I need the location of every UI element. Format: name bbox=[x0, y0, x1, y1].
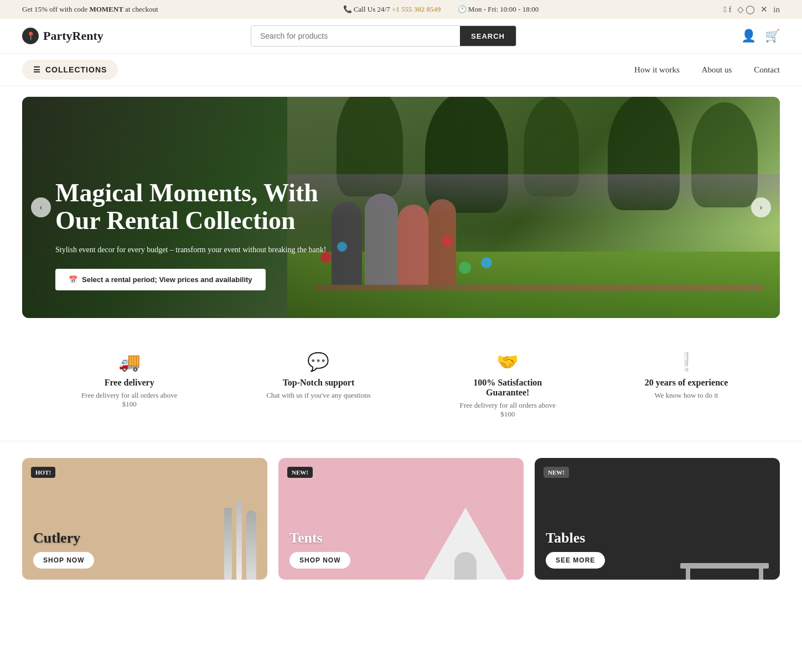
account-icon[interactable]: 👤 bbox=[741, 29, 756, 43]
search-input[interactable] bbox=[251, 26, 460, 46]
calendar-icon: 📅 bbox=[69, 275, 77, 284]
support-icon: 💬 bbox=[266, 351, 371, 372]
nav: ☰ COLLECTIONS How it works About us Cont… bbox=[0, 54, 802, 86]
hamburger-icon: ☰ bbox=[33, 65, 41, 74]
collections-button[interactable]: ☰ COLLECTIONS bbox=[22, 60, 118, 80]
table-leg-left bbox=[686, 569, 690, 580]
feature-delivery-title: Free delivery bbox=[74, 378, 185, 388]
header: 📍 PartyRenty SEARCH 👤 🛒 bbox=[0, 19, 802, 54]
promo-prefix: Get 15% off with code bbox=[22, 5, 89, 13]
tents-info: Tents SHOP NOW bbox=[289, 530, 350, 569]
phone-label: Call Us 24/7 bbox=[354, 5, 390, 13]
tents-shop-button[interactable]: SHOP NOW bbox=[289, 552, 350, 569]
cutlery-badge: HOT! bbox=[31, 467, 55, 478]
contact-info: 📞 Call Us 24/7 +1 555 302 8549 🕐 Mon - F… bbox=[343, 5, 539, 14]
twitter-x-icon[interactable]: ✕ bbox=[760, 4, 768, 14]
table-illustration bbox=[680, 563, 769, 569]
logo-icon: 📍 bbox=[22, 28, 39, 44]
hero-subtitle: Stylish event decor for every budget – t… bbox=[55, 244, 332, 256]
logo-text: PartyRenty bbox=[43, 29, 104, 43]
cart-icon[interactable]: 🛒 bbox=[765, 29, 780, 43]
phone-info: 📞 Call Us 24/7 +1 555 302 8549 bbox=[343, 5, 441, 14]
feature-support-desc: Chat with us if you've any questions bbox=[266, 391, 371, 400]
cutlery-shop-button[interactable]: SHOP NOW bbox=[33, 552, 94, 569]
feature-support: 💬 Top-Notch support Chat with us if you'… bbox=[266, 351, 371, 419]
feature-delivery-desc: Free delivery for all orders above $100 bbox=[74, 391, 185, 409]
contact-link[interactable]: Contact bbox=[754, 65, 780, 74]
tables-info: Tables SEE MORE bbox=[546, 530, 605, 569]
nav-links: How it works About us Contact bbox=[634, 65, 780, 75]
feature-experience: ❕ 20 years of experience We know how to … bbox=[645, 351, 728, 419]
hero-content: Magical Moments, With Our Rental Collect… bbox=[55, 179, 332, 290]
how-it-works-link[interactable]: How it works bbox=[634, 65, 680, 74]
logo[interactable]: 📍 PartyRenty bbox=[22, 28, 133, 44]
product-card-cutlery: HOT! Cutlery SHOP NOW bbox=[22, 458, 267, 580]
nav-item-about-us: About us bbox=[702, 65, 732, 75]
guarantee-icon: 🤝 bbox=[452, 351, 563, 372]
hero-cta-button[interactable]: 📅 Select a rental period; View prices an… bbox=[55, 269, 266, 290]
tables-badge: NEW! bbox=[544, 467, 569, 478]
tables-name: Tables bbox=[546, 530, 605, 546]
feature-guarantee-desc: Free delivery for all orders above $100 bbox=[452, 401, 563, 419]
search-bar: SEARCH bbox=[251, 25, 516, 46]
hero-banner: ‹ › Magical Moments, With Our Rental Col… bbox=[22, 97, 780, 318]
hero-title: Magical Moments, With Our Rental Collect… bbox=[55, 179, 332, 235]
features-section: 🚚 Free delivery Free delivery for all or… bbox=[0, 329, 802, 441]
product-card-tents: NEW! Tents SHOP NOW bbox=[278, 458, 524, 580]
experience-icon: ❕ bbox=[645, 351, 728, 372]
promo-code: MOMENT bbox=[89, 5, 123, 13]
fork-icon bbox=[224, 508, 232, 580]
delivery-icon: 🚚 bbox=[74, 351, 185, 372]
cutlery-info: Cutlery SHOP NOW bbox=[33, 530, 94, 569]
product-cards-section: HOT! Cutlery SHOP NOW NEW! Tents SHOP NO… bbox=[22, 458, 780, 580]
nav-item-contact: Contact bbox=[754, 65, 780, 75]
nav-item-how-it-works: How it works bbox=[634, 65, 680, 75]
table-leg-right bbox=[759, 569, 763, 580]
social-icons:  f ◇ ◯ ✕ in bbox=[723, 4, 780, 14]
hero-prev-arrow[interactable]: ‹ bbox=[31, 197, 51, 217]
tent-door bbox=[454, 552, 477, 580]
tables-see-more-button[interactable]: SEE MORE bbox=[546, 552, 605, 569]
feature-support-title: Top-Notch support bbox=[266, 378, 371, 388]
knife-icon bbox=[236, 499, 242, 580]
feature-experience-title: 20 years of experience bbox=[645, 378, 728, 388]
search-button[interactable]: SEARCH bbox=[460, 26, 516, 46]
promo-suffix: at checkout bbox=[123, 5, 158, 13]
cutlery-illustration bbox=[224, 499, 256, 580]
header-icons: 👤 🛒 bbox=[741, 29, 780, 43]
feature-experience-desc: We know how to do it bbox=[645, 391, 728, 400]
table-top-surface bbox=[680, 563, 769, 569]
feature-delivery: 🚚 Free delivery Free delivery for all or… bbox=[74, 351, 185, 419]
phone-link[interactable]: +1 555 302 8549 bbox=[392, 5, 441, 13]
tents-badge: NEW! bbox=[287, 467, 313, 478]
hero-cta-label: Select a rental period; View prices and … bbox=[82, 275, 252, 284]
tents-name: Tents bbox=[289, 530, 350, 546]
facebook-icon[interactable]:  f bbox=[723, 5, 731, 14]
linkedin-icon[interactable]: in bbox=[773, 5, 780, 14]
promo-text: Get 15% off with code MOMENT at checkout bbox=[22, 5, 158, 14]
tent-illustration bbox=[424, 491, 507, 580]
about-us-link[interactable]: About us bbox=[702, 65, 732, 74]
instagram-icon[interactable]: ◇ ◯ bbox=[737, 4, 756, 14]
top-bar: Get 15% off with code MOMENT at checkout… bbox=[0, 0, 802, 19]
hours-info: 🕐 Mon - Fri: 10:00 - 18:00 bbox=[458, 5, 539, 14]
product-card-tables: NEW! Tables SEE MORE bbox=[535, 458, 780, 580]
spoon-icon bbox=[246, 510, 256, 580]
hero-next-arrow[interactable]: › bbox=[751, 197, 771, 217]
feature-guarantee-title: 100% Satisfaction Guarantee! bbox=[452, 378, 563, 398]
hours-text: Mon - Fri: 10:00 - 18:00 bbox=[468, 5, 539, 13]
collections-label: COLLECTIONS bbox=[45, 65, 107, 74]
cutlery-name: Cutlery bbox=[33, 530, 94, 546]
feature-guarantee: 🤝 100% Satisfaction Guarantee! Free deli… bbox=[452, 351, 563, 419]
